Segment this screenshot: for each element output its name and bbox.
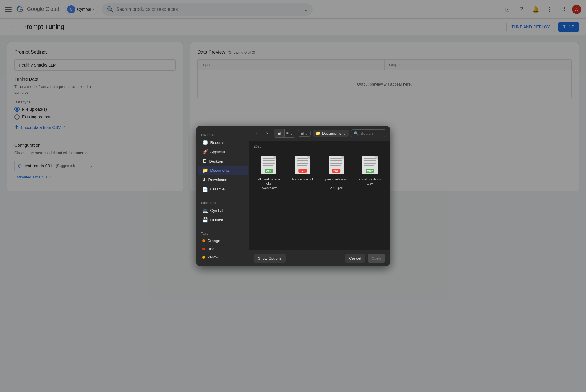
sidebar-item-desktop[interactable]: 🖥 Desktop bbox=[198, 157, 248, 166]
orange-dot bbox=[202, 239, 205, 242]
dialog-search-input[interactable] bbox=[361, 131, 383, 136]
view-options-dropdown[interactable]: ⊟ ⌄ bbox=[298, 130, 311, 137]
file-icon-container-3: PDF bbox=[327, 154, 346, 175]
file-dialog: Favorites 🕐 Recents 🚀 Applicati... 🖥 Des… bbox=[196, 126, 390, 266]
file-item-pdf-brandvoice[interactable]: PDF brandvoice.pdf bbox=[288, 152, 318, 192]
show-options-button[interactable]: Show Options bbox=[254, 254, 286, 263]
grid-view-button[interactable]: ⊞ bbox=[274, 129, 285, 137]
tag-red-label: Red bbox=[208, 247, 215, 251]
favorites-label: Favorites bbox=[196, 131, 249, 138]
dialog-sidebar: Favorites 🕐 Recents 🚀 Applicati... 🖥 Des… bbox=[196, 126, 249, 266]
list-view-dropdown[interactable]: ≡ ⌄ bbox=[285, 129, 295, 137]
dialog-main: ‹ › ⊞ ≡ ⌄ ⊟ ⌄ 📁 Documents ⌄ bbox=[249, 126, 390, 266]
file-dialog-overlay[interactable]: Favorites 🕐 Recents 🚀 Applicati... 🖥 Des… bbox=[0, 0, 586, 392]
location-text: Documents bbox=[322, 131, 342, 136]
dialog-content: 2023 bbox=[249, 141, 390, 250]
sidebar-tag-yellow[interactable]: Yellow bbox=[198, 253, 248, 261]
sidebar-item-recents[interactable]: 🕐 Recents bbox=[198, 138, 248, 147]
csv-file-icon-1: CSV bbox=[261, 156, 276, 174]
sidebar-desktop-label: Desktop bbox=[209, 159, 223, 163]
sidebar-documents-label: Documents bbox=[210, 168, 230, 173]
sidebar-cymbal-label: Cymbal bbox=[210, 208, 223, 213]
open-button[interactable]: Open bbox=[368, 254, 385, 263]
monitor-icon: 🖥 bbox=[202, 158, 207, 164]
file-item-csv-social[interactable]: CSV social_captions.csv bbox=[355, 152, 385, 192]
file-name-2: brandvoice.pdf bbox=[292, 177, 313, 181]
yellow-dot bbox=[202, 256, 205, 259]
csv-file-icon-2: CSV bbox=[362, 156, 378, 174]
tag-yellow-label: Yellow bbox=[208, 255, 218, 259]
clock-icon: 🕐 bbox=[202, 140, 208, 145]
red-dot bbox=[202, 248, 205, 250]
file-name-4: social_captions.csv bbox=[359, 177, 381, 186]
breadcrumb: 2023 bbox=[254, 144, 385, 149]
sidebar-item-creative[interactable]: 📄 Creative... bbox=[198, 185, 248, 194]
cancel-button[interactable]: Cancel bbox=[345, 254, 365, 263]
pdf-file-icon-1: PDF bbox=[295, 156, 310, 174]
footer-actions: Cancel Open bbox=[345, 254, 385, 263]
file-item-csv-tweets[interactable]: CSV all_healthy_snacks-tweets.csv bbox=[254, 152, 284, 192]
locations-label: Locations bbox=[196, 199, 249, 206]
tags-label: Tags bbox=[196, 229, 249, 236]
file-name-3: press_releases_2022.pdf bbox=[325, 177, 348, 190]
file-icon-container-4: CSV bbox=[361, 154, 379, 175]
tag-orange-label: Orange bbox=[208, 238, 220, 243]
sidebar-applications-label: Applicati... bbox=[210, 150, 228, 154]
folder-icon: 📁 bbox=[202, 168, 208, 173]
sidebar-item-untitled[interactable]: 💾 Untitled bbox=[198, 215, 248, 224]
dialog-top: Favorites 🕐 Recents 🚀 Applicati... 🖥 Des… bbox=[196, 126, 390, 266]
sidebar-item-cymbal[interactable]: 💻 Cymbal bbox=[198, 206, 248, 215]
file-grid: CSV all_healthy_snacks-tweets.csv bbox=[254, 152, 385, 192]
sidebar-divider-2 bbox=[196, 227, 249, 227]
sidebar-item-documents[interactable]: 📁 Documents bbox=[198, 166, 248, 175]
sidebar-untitled-label: Untitled bbox=[210, 218, 223, 222]
dialog-footer: Show Options Cancel Open bbox=[249, 250, 390, 266]
search-field-icon: 🔍 bbox=[354, 131, 359, 136]
sidebar-tag-orange[interactable]: Orange bbox=[198, 237, 248, 245]
dialog-toolbar: ‹ › ⊞ ≡ ⌄ ⊟ ⌄ 📁 Documents ⌄ bbox=[249, 126, 390, 141]
sidebar-creative-label: Creative... bbox=[210, 187, 228, 191]
file-name-1: all_healthy_snacks-tweets.csv bbox=[257, 177, 281, 190]
file-icon-container-1: CSV bbox=[259, 154, 278, 175]
sidebar-recents-label: Recents bbox=[210, 140, 225, 145]
pdf-file-icon-2: PDF bbox=[329, 156, 344, 174]
view-toggle: ⊞ ≡ ⌄ bbox=[274, 129, 295, 138]
sidebar-item-applications[interactable]: 🚀 Applicati... bbox=[198, 147, 248, 156]
server-icon-2: 💾 bbox=[202, 217, 208, 223]
grid-icon: ⊟ bbox=[300, 131, 304, 136]
view-dropdown-arrow: ⌄ bbox=[305, 131, 308, 136]
forward-nav-button[interactable]: › bbox=[263, 129, 271, 137]
file-item-pdf-press[interactable]: PDF press_releases_2022.pdf bbox=[321, 152, 351, 192]
download-icon: ⬇ bbox=[202, 177, 206, 183]
folder-location-icon: 📁 bbox=[315, 131, 320, 136]
location-selector[interactable]: 📁 Documents ⌄ bbox=[313, 130, 349, 137]
rocket-icon: 🚀 bbox=[202, 149, 208, 155]
dialog-search-field[interactable]: 🔍 bbox=[351, 129, 386, 137]
back-nav-button[interactable]: ‹ bbox=[253, 129, 261, 137]
sidebar-item-downloads[interactable]: ⬇ Downloads bbox=[198, 175, 248, 184]
sidebar-tag-red[interactable]: Red bbox=[198, 245, 248, 253]
file-icon: 📄 bbox=[202, 186, 208, 192]
sidebar-downloads-label: Downloads bbox=[208, 178, 227, 182]
file-icon-container-2: PDF bbox=[293, 154, 312, 175]
server-icon: 💻 bbox=[202, 208, 208, 213]
sidebar-divider-1 bbox=[196, 196, 249, 196]
location-arrow-icon: ⌄ bbox=[343, 131, 346, 136]
